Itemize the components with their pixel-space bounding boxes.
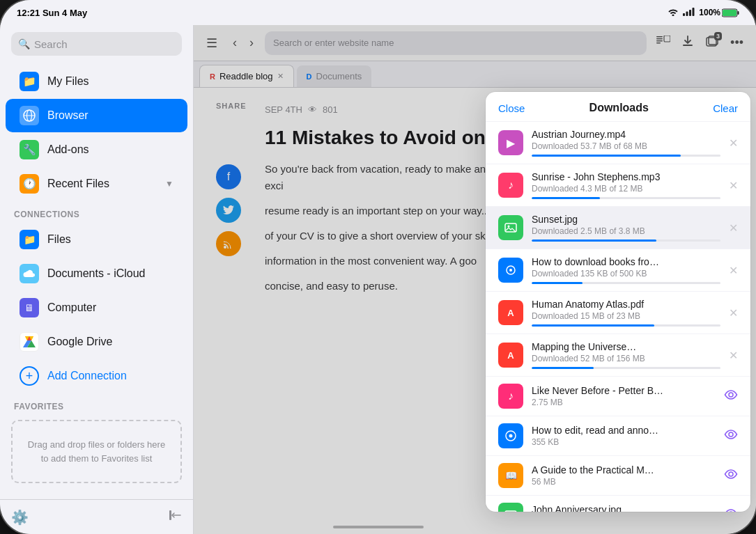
downloads-close-button[interactable]: Close — [498, 102, 525, 114]
download-info-austrian: Austrian Journey.mp4 Downloaded 53.7 MB … — [532, 129, 720, 157]
recent-label: Recent Files — [47, 178, 109, 190]
sidebar-item-recent[interactable]: 🕐 Recent Files ▼ — [6, 167, 187, 201]
documents-favicon: D — [307, 72, 312, 81]
article-date: SEP 4TH — [265, 104, 302, 115]
download-progress-bar — [532, 324, 720, 327]
progress-fill — [532, 197, 600, 199]
status-bar: 12:21 Sun 4 May 100% — [0, 0, 756, 25]
download-sub: Downloaded 2.5 MB of 3.8 MB — [532, 226, 720, 236]
download-progress-bar — [532, 197, 720, 199]
add-connection-icon: + — [20, 366, 39, 386]
rss-share-icon[interactable] — [216, 231, 241, 256]
tabs-button[interactable]: 3 — [701, 31, 723, 55]
recent-icon: 🕐 — [20, 174, 39, 194]
download-info-guide: A Guide to the Practical M… 56 MB — [532, 464, 716, 487]
download-remove-books[interactable]: ✕ — [729, 264, 738, 277]
download-remove-mapping[interactable]: ✕ — [729, 349, 738, 362]
download-sub: Downloaded 53.7 MB of 68 MB — [532, 141, 720, 151]
downloads-clear-button[interactable]: Clear — [713, 102, 738, 114]
sidebar-item-my-files[interactable]: 📁 My Files — [6, 65, 187, 98]
svg-rect-2 — [689, 10, 691, 16]
download-view-edit[interactable] — [724, 430, 738, 442]
menu-icon[interactable]: ☰ — [202, 31, 222, 55]
sidebar-item-files[interactable]: 📁 Files — [6, 223, 187, 256]
tab-documents[interactable]: D Documents — [297, 65, 372, 87]
search-bar[interactable]: 🔍 Search — [11, 32, 182, 56]
recent-chevron: ▼ — [165, 179, 173, 189]
download-name: Like Never Before - Petter B… — [532, 385, 716, 396]
sidebar-item-gdrive[interactable]: Google Drive — [6, 325, 187, 359]
download-item-books: How to download books fro… Downloaded 13… — [486, 249, 750, 292]
collapse-sidebar-icon[interactable] — [168, 508, 182, 526]
main-layout: 🔍 Search 📁 My Files Browser — [0, 25, 756, 534]
device-frame: 12:21 Sun 4 May 100% 🔍 Search — [0, 0, 756, 534]
progress-fill — [532, 239, 656, 242]
download-sub: Downloaded 15 MB of 23 MB — [532, 311, 720, 321]
download-name: Sunrise - John Stephens.mp3 — [532, 171, 720, 182]
download-pdf-icon: A — [498, 300, 523, 325]
favorites-header: FAVORITES — [0, 393, 193, 414]
svg-rect-20 — [656, 40, 663, 42]
progress-fill — [532, 367, 594, 369]
readdle-tab-label: Readdle blog — [219, 71, 273, 81]
favorites-area: Drag and drop files or folders here to a… — [0, 414, 193, 489]
download-music-icon: ♪ — [498, 173, 523, 198]
download-remove-sunrise[interactable]: ✕ — [729, 179, 738, 192]
sidebar-item-icloud[interactable]: Documents - iCloud — [6, 257, 187, 290]
icloud-label: Documents - iCloud — [47, 267, 146, 280]
signal-icon — [683, 8, 695, 18]
more-options-icon[interactable]: ••• — [726, 31, 748, 54]
download-view-like-never[interactable] — [724, 390, 738, 402]
connections-header: CONNECTIONS — [0, 201, 193, 222]
readdle-tab-close[interactable]: ✕ — [277, 72, 284, 81]
download-view-anniversary[interactable] — [724, 509, 738, 512]
files-label: Files — [47, 233, 71, 246]
download-sub: Downloaded 4.3 MB of 12 MB — [532, 184, 720, 194]
gdrive-label: Google Drive — [47, 336, 112, 348]
download-remove-sunset[interactable]: ✕ — [729, 221, 738, 235]
sidebar-item-addons[interactable]: 🔧 Add-ons — [6, 133, 187, 166]
social-icons: f — [216, 164, 241, 256]
add-connection-button[interactable]: + Add Connection — [6, 359, 187, 393]
downloads-panel: Close Downloads Clear ▶ Austrian Journey… — [486, 92, 750, 512]
favorites-drop-zone: Drag and drop files or folders here to a… — [11, 420, 182, 483]
back-button[interactable]: ‹ — [227, 31, 242, 54]
add-connection-label: Add Connection — [47, 370, 127, 382]
reader-mode-icon[interactable] — [652, 31, 674, 54]
downloads-title: Downloads — [589, 102, 649, 114]
svg-rect-19 — [656, 38, 663, 40]
download-item-austrian-journey: ▶ Austrian Journey.mp4 Downloaded 53.7 M… — [486, 122, 750, 164]
svg-rect-22 — [664, 36, 670, 42]
facebook-share-icon[interactable]: f — [216, 164, 241, 189]
sidebar-nav: 📁 My Files Browser 🔧 Add-ons 🕐 — [0, 61, 193, 499]
svg-rect-5 — [723, 10, 736, 16]
download-icon[interactable] — [677, 31, 698, 55]
search-placeholder: Search — [34, 38, 68, 50]
share-label: SHARE — [216, 102, 247, 110]
svg-rect-16 — [169, 510, 171, 520]
sidebar-item-browser[interactable]: Browser — [6, 99, 187, 132]
download-book-icon — [498, 258, 523, 283]
wifi-icon — [668, 8, 679, 18]
download-video-icon: ▶ — [498, 130, 523, 155]
twitter-share-icon[interactable] — [216, 198, 241, 223]
downloads-header: Close Downloads Clear — [486, 92, 750, 122]
download-view-guide[interactable] — [724, 469, 738, 482]
tab-readdle[interactable]: R Readdle blog ✕ — [199, 65, 294, 87]
svg-point-28 — [508, 226, 510, 228]
download-info-sunrise: Sunrise - John Stephens.mp3 Downloaded 4… — [532, 171, 720, 199]
favorites-drop-text: Drag and drop files or folders here to a… — [28, 439, 165, 464]
progress-fill — [532, 155, 681, 157]
settings-icon[interactable]: ⚙️ — [11, 509, 29, 526]
url-bar[interactable]: Search or enter website name — [265, 31, 647, 55]
download-remove-anatomy[interactable]: ✕ — [729, 306, 738, 320]
forward-button[interactable]: › — [244, 31, 259, 54]
download-remove-austrian[interactable]: ✕ — [729, 136, 738, 150]
sidebar-item-computer[interactable]: 🖥 Computer — [6, 291, 187, 324]
downloads-list: ▶ Austrian Journey.mp4 Downloaded 53.7 M… — [486, 122, 750, 512]
download-browser-icon — [498, 423, 523, 448]
download-name: Austrian Journey.mp4 — [532, 129, 720, 140]
sidebar-bottom: ⚙️ — [0, 499, 193, 534]
download-info-anatomy: Human Anatomy Atlas.pdf Downloaded 15 MB… — [532, 299, 720, 327]
browser-icon — [20, 106, 39, 125]
